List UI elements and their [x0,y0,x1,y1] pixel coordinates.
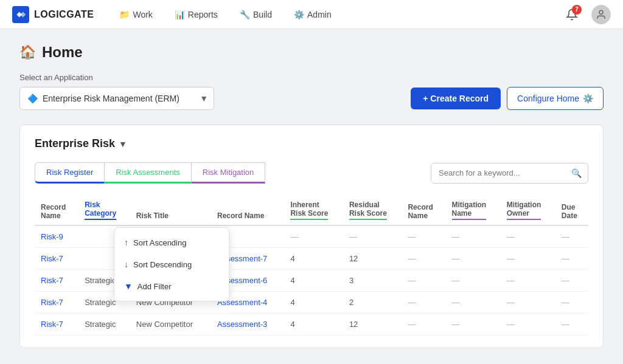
cell-due-date: — [555,292,588,314]
page-header: 🏠 Home [19,44,604,61]
table-header-row: RecordName RiskCategory Risk Title Recor… [35,196,588,225]
dropdown-arrow-icon: ▼ [200,94,208,103]
tab-risk-assessments[interactable]: Risk Assessments [105,162,191,184]
home-icon: 🏠 [19,44,36,60]
col-risk-title: Risk Title [130,196,211,225]
cell-residual: — [343,225,402,248]
card-header: Enterprise Risk ▼ [35,137,588,150]
cell-mitigation-owner: — [501,314,555,335]
cell-record-name-3: — [402,292,445,314]
cell-mitigation-name: — [446,270,501,292]
cell-record-name[interactable]: Risk-7 [35,270,78,292]
cell-due-date: — [555,225,588,248]
col-record-name-2: Record Name [211,196,284,225]
search-box: 🔍 [431,163,588,184]
tab-risk-mitigation-label: Risk Mitigation [203,168,254,177]
cell-mitigation-owner: — [501,292,555,314]
cell-record-name-3: — [402,225,445,248]
admin-icon: ⚙️ [294,10,304,19]
tab-risk-mitigation[interactable]: Risk Mitigation [192,162,266,184]
cell-record-name[interactable]: Risk-7 [35,314,78,335]
cell-residual: 12 [343,314,402,335]
search-icon[interactable]: 🔍 [565,163,588,183]
col-mitigation-name: MitigationName [446,196,501,225]
app-select-dropdown[interactable]: 🔷 Enterprise Risk Management (ERM) [19,87,214,110]
cell-inherent: 4 [284,270,343,292]
sort-ascending-item[interactable]: ↑ Sort Ascending [114,232,229,253]
table-container: RecordName RiskCategory Risk Title Recor… [35,196,588,335]
page-content: 🏠 Home Select an Application 🔷 Enterpris… [0,29,623,363]
nav-reports[interactable]: 📊 Reports [166,6,226,23]
cell-inherent: 4 [284,314,343,335]
cell-mitigation-owner: — [501,270,555,292]
nav-work[interactable]: 📁 Work [111,6,161,23]
sort-descending-item[interactable]: ↓ Sort Descending [114,253,229,275]
cell-due-date: — [555,248,588,270]
app-select-row: 🔷 Enterprise Risk Management (ERM) ▼ + C… [19,87,604,110]
cell-record-name-3: — [402,248,445,270]
user-avatar[interactable] [591,5,611,24]
sort-descending-icon: ↓ [124,259,128,269]
nav-work-label: Work [133,10,152,19]
col-record-name-3: RecordName [402,196,445,225]
logo-text: LOGICGATE [34,9,94,20]
cell-mitigation-name: — [446,292,501,314]
tabs-row: Risk Register Risk Assessments Risk Miti… [35,162,588,184]
nav-reports-label: Reports [188,10,218,19]
svg-point-0 [599,10,603,14]
sort-descending-label: Sort Descending [133,260,192,269]
cell-mitigation-owner: — [501,225,555,248]
tab-risk-register-label: Risk Register [46,168,93,177]
app-select-value: Enterprise Risk Management (ERM) [43,94,179,103]
cell-record-name-2[interactable]: Assessment-3 [211,314,284,335]
cell-residual: 3 [343,270,402,292]
cell-mitigation-name: — [446,248,501,270]
card-title: Enterprise Risk [35,137,115,150]
sort-ascending-icon: ↑ [124,238,128,247]
cell-mitigation-owner: — [501,248,555,270]
enterprise-risk-card: Enterprise Risk ▼ Risk Register Risk Ass… [19,125,604,348]
create-record-button[interactable]: + Create Record [411,88,501,109]
cell-residual: 2 [343,292,402,314]
logo[interactable]: LOGICGATE [12,6,94,23]
nav-admin-label: Admin [307,10,332,19]
reports-icon: 📊 [175,10,185,19]
notifications-bell[interactable]: 7 [562,5,582,24]
search-input[interactable] [431,163,565,182]
configure-home-label: Configure Home [517,94,579,103]
cell-record-name[interactable]: Risk-9 [35,225,78,248]
add-filter-item[interactable]: ▼ Add Filter [114,275,229,297]
cell-mitigation-name: — [446,314,501,335]
cell-record-name-3: — [402,314,445,335]
cell-record-name[interactable]: Risk-7 [35,248,78,270]
cell-inherent: — [284,225,343,248]
cell-record-name[interactable]: Risk-7 [35,292,78,314]
card-chevron-down-icon[interactable]: ▼ [119,139,127,149]
table-row: Risk-7 Strategic New Competitor Assessme… [35,314,588,335]
action-buttons: + Create Record Configure Home ⚙️ [411,87,604,110]
nav-right: 7 [562,5,611,24]
tab-risk-assessments-label: Risk Assessments [116,168,179,177]
nav-admin[interactable]: ⚙️ Admin [285,6,340,23]
nav-build[interactable]: 🔧 Build [231,6,280,23]
col-risk-category[interactable]: RiskCategory [78,196,130,225]
navbar: LOGICGATE 📁 Work 📊 Reports 🔧 Build ⚙️ Ad… [0,0,623,29]
col-inherent-risk: InherentRisk Score [284,196,343,225]
build-icon: 🔧 [240,10,250,19]
notification-count: 7 [572,5,582,15]
cell-mitigation-name: — [446,225,501,248]
select-application-label: Select an Application [19,73,604,82]
cell-due-date: — [555,314,588,335]
logo-icon [12,6,29,23]
configure-home-button[interactable]: Configure Home ⚙️ [507,87,604,110]
cell-risk-title: New Competitor [130,314,211,335]
col-due-date: DueDate [555,196,588,225]
cell-record-name-3: — [402,270,445,292]
add-filter-label: Add Filter [137,282,172,291]
cell-inherent: 4 [284,248,343,270]
tab-risk-register[interactable]: Risk Register [35,162,105,184]
col-record-name: RecordName [35,196,78,225]
col-mitigation-owner: MitigationOwner [501,196,555,225]
col-residual-risk: ResidualRisk Score [343,196,402,225]
filter-icon: ▼ [124,281,133,291]
